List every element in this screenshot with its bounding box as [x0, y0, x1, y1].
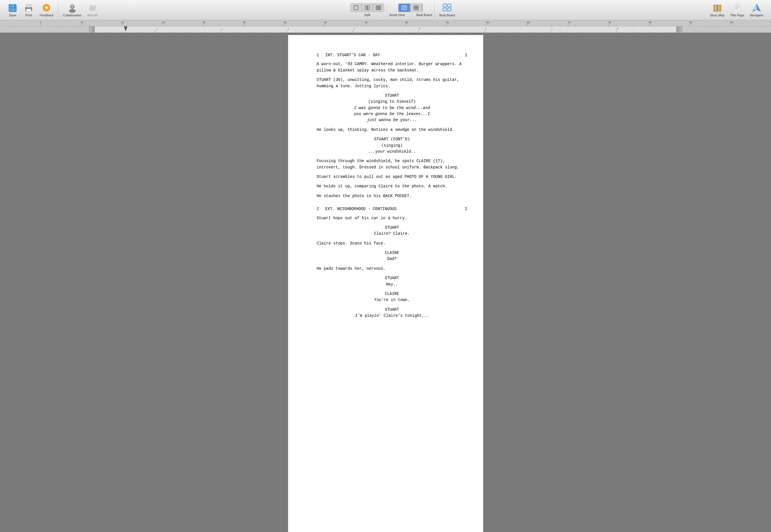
title-page-label: Title Page	[730, 13, 744, 17]
svg-text:10: 10	[81, 21, 83, 24]
dialogue-2: ...your windshield..	[317, 149, 467, 155]
save-button[interactable]: Save	[5, 2, 20, 18]
split-single-btn[interactable]	[351, 4, 362, 12]
navigator-label: Navigator	[750, 13, 764, 17]
svg-rect-3	[11, 5, 12, 6]
svg-text:55: 55	[446, 21, 449, 24]
char-stuart-4: STUART	[317, 275, 467, 281]
svg-text:65: 65	[527, 21, 530, 24]
svg-rect-2	[10, 8, 15, 11]
svg-text:3: 3	[288, 28, 289, 30]
add-alt-button[interactable]: + Add Alt	[85, 2, 100, 18]
svg-rect-33	[713, 5, 716, 12]
char-stuart-1: STUART	[317, 93, 467, 99]
svg-text:70: 70	[568, 21, 570, 24]
ruler-left-handle[interactable]	[89, 26, 95, 33]
char-claire-2: CLAIRE	[317, 291, 467, 297]
svg-text:85: 85	[689, 21, 692, 24]
action-2: STUART (36), unwitting, cocky, man child…	[317, 77, 467, 89]
svg-rect-6	[26, 9, 31, 12]
svg-rect-28	[416, 8, 418, 10]
dialogue-4: Dad?	[317, 256, 467, 262]
scene-2-heading-text: EXT. NEIGHBORHOOD - CONTINUOUS	[325, 206, 459, 212]
svg-text:4: 4	[354, 28, 355, 30]
beat-board-standalone-label: Beat Board	[439, 13, 455, 17]
svg-rect-32	[448, 8, 451, 11]
title-page-button[interactable]: Title Page	[728, 2, 747, 18]
dialogue-7: I'm playin' Claire's tonight...	[317, 313, 467, 319]
svg-rect-30	[448, 4, 451, 7]
action-6: He holds it up, comparing Claire to the …	[317, 183, 467, 189]
svg-rect-35	[719, 5, 721, 12]
split-label: Split	[364, 13, 370, 17]
dialogue-5: Hey..	[317, 281, 467, 288]
svg-text:7: 7	[551, 28, 553, 30]
svg-rect-37	[734, 4, 740, 12]
print-icon	[24, 3, 34, 13]
svg-rect-20	[380, 6, 381, 10]
doc-ruler: 12345678	[0, 26, 771, 33]
svg-rect-18	[376, 6, 377, 10]
svg-text:6: 6	[485, 28, 487, 30]
navigator-icon	[751, 3, 762, 13]
svg-text:90: 90	[730, 21, 733, 24]
action-5: Stuart scrambles to pull out an aged PHO…	[317, 174, 467, 180]
action-10: He pads towards her, nervous.	[317, 266, 467, 272]
split-double-btn[interactable]	[362, 4, 373, 12]
divider-btn	[422, 4, 422, 12]
collaboration-icon	[67, 3, 77, 13]
collaboration-label: Collaboration	[63, 13, 81, 17]
scene-1-num-right: 1	[459, 52, 467, 58]
svg-rect-27	[414, 8, 416, 10]
scene-1-heading-text: INT. STUART'S CAR - DAY	[325, 52, 459, 58]
split-triple-btn[interactable]	[373, 4, 384, 12]
svg-text:40: 40	[324, 21, 327, 24]
svg-text:5: 5	[40, 21, 41, 24]
beat-board-standalone-button[interactable]: Beat Board	[437, 2, 457, 18]
print-button[interactable]: Print	[21, 2, 36, 18]
svg-text:75: 75	[608, 21, 611, 24]
action-3: He looks up, thinking. Notices a smudge …	[317, 127, 467, 133]
svg-rect-34	[716, 5, 718, 12]
script-view-btn[interactable]	[399, 4, 410, 12]
main-area: 1 INT. STUART'S CAR - DAY 1 A worn-out, …	[0, 33, 771, 532]
char-stuart-5: STUART	[317, 307, 467, 313]
scene-2: 2 EXT. NEIGHBORHOOD - CONTINUOUS 2 Stuar…	[317, 206, 467, 319]
scene-1-num-left: 1	[317, 52, 325, 58]
top-ruler: // Will be rendered via JS below 5101520…	[0, 20, 771, 26]
scene-2-num-left: 2	[317, 206, 325, 212]
story-map-icon	[712, 3, 723, 13]
svg-text:+: +	[91, 6, 94, 10]
feedback-label: Feedback	[40, 13, 53, 17]
paren-1: (singing to himself)	[317, 99, 467, 105]
svg-text:35: 35	[283, 21, 286, 24]
collaboration-button[interactable]: Collaboration	[61, 2, 84, 18]
feedback-icon: ★	[41, 3, 52, 13]
ruler-right-handle[interactable]	[676, 26, 682, 33]
svg-rect-16	[365, 6, 367, 10]
svg-text:25: 25	[202, 21, 205, 24]
ruler-cursor	[124, 26, 127, 33]
navigator-button[interactable]: Navigator	[748, 2, 766, 18]
svg-rect-5	[26, 5, 31, 7]
svg-text:30: 30	[243, 21, 246, 24]
svg-text:50: 50	[405, 21, 408, 24]
story-map-button[interactable]: Story Map	[708, 2, 727, 18]
svg-rect-17	[368, 6, 369, 10]
title-page-icon	[732, 3, 742, 13]
svg-text:60: 60	[486, 21, 489, 24]
svg-rect-15	[354, 6, 358, 10]
svg-point-12	[71, 5, 74, 8]
svg-point-7	[30, 8, 32, 9]
scene-1: 1 INT. STUART'S CAR - DAY 1 A worn-out, …	[317, 52, 467, 199]
beat-board-btn[interactable]	[410, 4, 422, 12]
svg-rect-31	[443, 8, 446, 11]
script-container[interactable]: 1 INT. STUART'S CAR - DAY 1 A worn-out, …	[0, 33, 771, 532]
svg-text:★: ★	[44, 5, 49, 10]
beat-board-label: Beat Board	[416, 13, 432, 17]
svg-point-11	[69, 9, 75, 13]
char-stuart-2: STUART (CONT'D)	[317, 136, 467, 142]
feedback-button[interactable]: ★ Feedback	[37, 2, 56, 18]
story-map-label: Story Map	[710, 13, 725, 17]
svg-text:5: 5	[419, 28, 421, 30]
